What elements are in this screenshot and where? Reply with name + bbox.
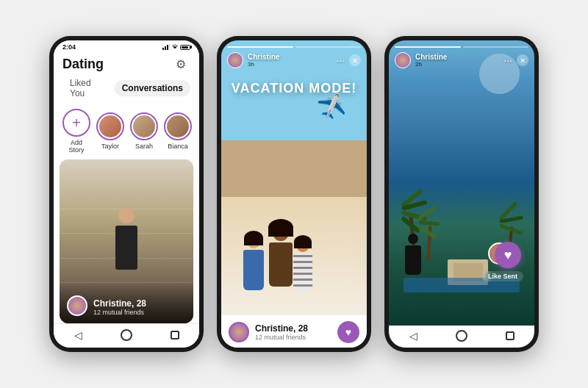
recents-icon-3 <box>506 331 514 340</box>
story-ring-1 <box>96 112 124 140</box>
story-header-3: Christine 2h ··· ✕ <box>395 52 528 68</box>
svg-rect-2 <box>167 45 168 50</box>
stories-row: + Add Story Taylor Sarah <box>54 106 199 159</box>
story-header-2: Christine 3h ··· ✕ <box>227 52 361 68</box>
back-icon-1: ◁ <box>74 329 82 341</box>
story-close-button-3[interactable]: ✕ <box>517 54 528 66</box>
recents-icon-1 <box>171 331 179 340</box>
status-bar-1: 2:04 <box>54 40 199 52</box>
story-user-info: Christine 3h <box>227 52 279 68</box>
like-avatar-stack: ♥ <box>484 239 521 268</box>
like-heart-icon: ♥ <box>495 242 521 268</box>
woman-1 <box>243 235 264 290</box>
person3-body <box>405 245 421 275</box>
tab-conversations[interactable]: Conversations <box>115 80 190 96</box>
story-user-info-3: Christine 2h <box>395 52 447 68</box>
story-progress-bars <box>227 46 361 48</box>
story-timestamp-3: 2h <box>415 61 447 68</box>
profile-card[interactable]: Christine, 28 12 mutual friends <box>60 159 193 323</box>
story-progress-3 <box>395 46 528 48</box>
phone-1: 2:04 Dating <box>49 36 204 352</box>
person-body <box>115 226 137 270</box>
home-icon-1 <box>121 329 132 341</box>
story-footer: Christine, 28 12 mutual friends ♥ <box>221 315 367 348</box>
battery-icon <box>180 45 190 50</box>
story-item-bianca[interactable]: Bianca <box>164 112 192 150</box>
dating-title: Dating <box>62 57 104 72</box>
add-story-label: Add Story <box>62 139 90 154</box>
add-story-item[interactable]: + Add Story <box>62 109 90 154</box>
status-icons <box>162 44 190 50</box>
story-username-3: Christine <box>415 53 447 61</box>
recents-button-1[interactable] <box>167 328 183 342</box>
wifi-icon <box>172 44 178 50</box>
profile-info-overlay: Christine, 28 12 mutual friends <box>60 281 193 323</box>
footer-avatar <box>229 322 249 342</box>
story-user-details-3: Christine 2h <box>415 53 447 68</box>
gear-icon[interactable]: ⚙ <box>176 57 190 72</box>
story-user-details: Christine 3h <box>248 53 279 68</box>
footer-mutual: 12 mutual friends <box>255 334 308 341</box>
back-button-1[interactable]: ◁ <box>70 328 86 342</box>
person3-head <box>408 234 418 244</box>
recents-button-3[interactable] <box>502 329 518 342</box>
pool-story-view[interactable]: ♥ Like Sent Christine 2h ·· <box>389 40 534 326</box>
svg-rect-0 <box>162 48 164 50</box>
heart-like-button[interactable]: ♥ <box>337 321 359 343</box>
home-button-3[interactable] <box>453 329 470 342</box>
phone-3: ♥ Like Sent Christine 2h ·· <box>384 36 539 352</box>
story-dots-button-3[interactable]: ··· <box>503 54 512 66</box>
add-story-button[interactable]: + <box>62 109 90 137</box>
progress-3-2 <box>463 46 529 48</box>
story-label-2: Sarah <box>135 143 153 150</box>
story-user-avatar <box>227 52 243 68</box>
back-icon-3: ◁ <box>409 330 417 342</box>
dating-app-content: Dating ⚙ Liked You Conversations + Add S… <box>54 52 199 323</box>
profile-thumbnail <box>67 295 87 316</box>
progress-3-1 <box>395 46 461 48</box>
woman-2 <box>269 225 293 287</box>
nav-bar-3: ◁ <box>389 326 534 348</box>
story-label-1: Taylor <box>101 143 119 150</box>
story-item-sarah[interactable]: Sarah <box>130 112 158 150</box>
progress-1 <box>227 46 293 48</box>
story-actions-3: ··· ✕ <box>503 54 528 66</box>
like-sent-badge: ♥ Like Sent <box>482 239 523 281</box>
person-head <box>118 207 135 223</box>
story-dots-button[interactable]: ··· <box>336 54 345 66</box>
story-footer-user: Christine, 28 12 mutual friends ♥ <box>229 321 359 343</box>
story-label-3: Bianca <box>168 143 188 150</box>
svg-rect-3 <box>169 44 170 50</box>
story-view[interactable]: Christine 3h ··· ✕ VACATION MODE! ✈️ <box>221 40 367 326</box>
svg-rect-1 <box>165 46 166 50</box>
status-time: 2:04 <box>62 43 76 51</box>
home-icon-3 <box>456 330 467 342</box>
story-ring-2 <box>130 112 158 140</box>
woman-3 <box>293 239 312 290</box>
footer-name: Christine, 28 <box>255 323 308 334</box>
home-button-1[interactable] <box>118 328 135 342</box>
story-timestamp: 3h <box>248 61 279 68</box>
vacation-mode-text: VACATION MODE! <box>221 81 367 96</box>
story-username: Christine <box>248 53 279 61</box>
story-close-button[interactable]: ✕ <box>349 54 361 66</box>
footer-user-text: Christine, 28 12 mutual friends <box>255 323 308 341</box>
signal-icon <box>162 44 170 50</box>
person-silhouette-3 <box>400 234 426 278</box>
profile-text: Christine, 28 12 mutual friends <box>93 298 146 316</box>
back-button-3[interactable]: ◁ <box>405 329 421 342</box>
like-sent-label: Like Sent <box>482 271 523 281</box>
story-user-avatar-3 <box>395 52 411 68</box>
profile-name: Christine, 28 <box>93 298 146 309</box>
tab-liked-you[interactable]: Liked You <box>62 75 109 101</box>
dating-header: Dating ⚙ <box>54 52 199 75</box>
profile-mutual-friends: 12 mutual friends <box>93 309 146 316</box>
story-item-taylor[interactable]: Taylor <box>96 112 124 150</box>
dating-tabs: Liked You Conversations <box>54 75 199 106</box>
story-ring-3 <box>164 112 192 140</box>
progress-2 <box>295 46 362 48</box>
phone-2: Christine 3h ··· ✕ VACATION MODE! ✈️ Chr… <box>217 36 371 352</box>
women-group-scene <box>229 202 359 290</box>
nav-bar-1: ◁ <box>54 323 199 348</box>
story-actions: ··· ✕ <box>336 54 361 66</box>
